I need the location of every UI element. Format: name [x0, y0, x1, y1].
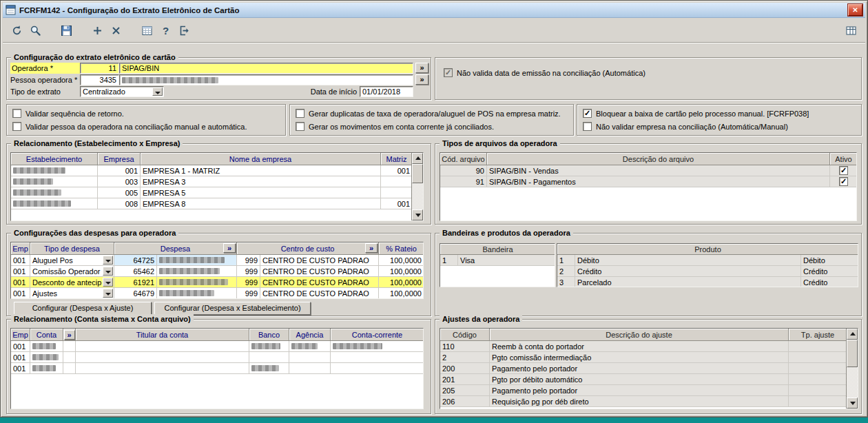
- configurar-despesa-ajuste-button[interactable]: Configurar (Despesa x Ajuste): [14, 302, 152, 315]
- table-row[interactable]: 1 Débito Débito: [557, 255, 858, 266]
- col-estabelecimento[interactable]: Estabelecimento: [11, 153, 98, 165]
- col-centro-custo[interactable]: Centro de custo»: [237, 243, 379, 255]
- vertical-scrollbar[interactable]: [846, 329, 858, 409]
- col-empresa[interactable]: Empresa: [98, 153, 141, 165]
- table-row[interactable]: 003 EMPRESA 3: [11, 176, 423, 187]
- col-produto[interactable]: Produto: [557, 244, 858, 255]
- table-row[interactable]: 206 Requisição pg por déb direto: [440, 396, 858, 407]
- table-row[interactable]: 001 Ajustes 64679 999 CENTRO DE CUSTO PA…: [11, 288, 423, 299]
- chevron-down-icon[interactable]: [103, 289, 113, 298]
- table-row[interactable]: 001 Desconto de antecip 61921 999 CENTRO…: [11, 277, 423, 288]
- validar-sequencia-row: Validar sequência de retorno.: [12, 109, 124, 118]
- table-row[interactable]: 005 EMPRESA 5: [11, 187, 423, 198]
- table-row[interactable]: 3 Parcelado Crédito: [557, 277, 858, 287]
- gerar-duplicatas-checkbox[interactable]: [296, 109, 304, 118]
- col-titular[interactable]: Titular da conta: [76, 329, 249, 341]
- data-inicio-field[interactable]: 01/01/2018: [360, 86, 413, 97]
- col-conta-lookup[interactable]: »: [63, 329, 76, 341]
- ativo-checkbox[interactable]: ✓: [839, 166, 848, 175]
- scroll-thumb[interactable]: [847, 340, 858, 367]
- tipo-despesa-combo[interactable]: Aluguel Pos: [30, 255, 114, 266]
- table-row[interactable]: 001: [11, 363, 423, 374]
- table-row[interactable]: 201 Pgto por débito automático: [440, 374, 858, 385]
- tipo-despesa-combo[interactable]: Comissão Operador: [30, 266, 114, 277]
- col-matriz[interactable]: Matriz: [381, 153, 413, 165]
- operadora-lookup-button[interactable]: »: [415, 63, 428, 73]
- col-rateio[interactable]: % Rateio: [379, 243, 424, 255]
- col-banco[interactable]: Banco: [249, 329, 289, 341]
- table-row[interactable]: 001 Aluguel Pos 64725 999 CENTRO DE CUST…: [11, 255, 423, 266]
- exit-button[interactable]: [175, 21, 194, 39]
- table-row[interactable]: 2 Pgto comissão intermediação: [440, 352, 858, 363]
- grid-button[interactable]: [842, 21, 860, 39]
- refresh-button[interactable]: [8, 21, 26, 39]
- table-row[interactable]: 2 Crédito Crédito: [557, 266, 858, 277]
- table-row[interactable]: 1 Visa: [440, 255, 555, 266]
- calendar-button[interactable]: [138, 21, 156, 39]
- chevron-down-icon[interactable]: [103, 267, 113, 276]
- col-tp-ajuste[interactable]: Tp. ajuste: [789, 329, 847, 341]
- despesa-lookup-button[interactable]: »: [223, 243, 236, 253]
- validar-sequencia-checkbox[interactable]: [12, 109, 21, 118]
- tipo-despesa-combo[interactable]: Ajustes: [30, 288, 114, 299]
- gerar-movimentos-checkbox[interactable]: [296, 122, 304, 131]
- col-agencia[interactable]: Agência: [289, 329, 331, 341]
- col-conta[interactable]: Conta: [30, 329, 63, 341]
- title-bar[interactable]: FCRFM142 - Configuração do Extrato Eletr…: [3, 3, 865, 18]
- table-row[interactable]: 001 EMPRESA 1 - MATRIZ 001: [11, 165, 423, 176]
- table-row[interactable]: 200 Pagamento pelo portador: [440, 363, 858, 374]
- chevron-down-icon[interactable]: [103, 256, 113, 265]
- col-descricao-ajuste[interactable]: Descrição do ajuste: [490, 329, 789, 341]
- save-button[interactable]: [57, 21, 76, 39]
- table-row[interactable]: 205 Pagamento pelo portador: [440, 385, 858, 396]
- centro-custo-lookup-button[interactable]: »: [365, 243, 378, 253]
- pessoa-code-field[interactable]: 3435: [80, 74, 119, 85]
- col-tipo-despesa[interactable]: Tipo de despesa: [30, 243, 114, 255]
- scroll-down-button[interactable]: [412, 209, 423, 220]
- col-conta-corrente[interactable]: Conta-corrente: [331, 329, 424, 341]
- table-row[interactable]: 91 SIPAG/BIN - Pagamentos ✓: [440, 176, 856, 187]
- col-emp[interactable]: Emp: [11, 329, 30, 341]
- col-cod-arquivo[interactable]: Cód. arquivo: [440, 153, 487, 165]
- close-button[interactable]: ✕: [848, 4, 862, 16]
- table-header-row: Código Descrição do ajuste Tp. ajuste: [440, 329, 858, 341]
- configurar-despesa-estabelecimento-button[interactable]: Configurar (Despesa x Estabelecimento): [154, 302, 311, 315]
- pessoa-lookup-button[interactable]: »: [415, 74, 428, 85]
- table-row[interactable]: 008 EMPRESA 8 001: [11, 198, 423, 209]
- scroll-thumb[interactable]: [412, 164, 423, 183]
- col-codigo[interactable]: Código: [440, 329, 490, 341]
- validar-pessoa-checkbox[interactable]: [12, 122, 21, 131]
- bloquear-baixa-checkbox[interactable]: ✓: [583, 109, 592, 118]
- window-icon: [6, 5, 16, 15]
- table-row[interactable]: 90 SIPAG/BIN - Vendas ✓: [440, 165, 856, 176]
- col-ativo[interactable]: Ativo: [830, 153, 857, 165]
- pessoa-name-field[interactable]: [119, 74, 413, 85]
- chevron-down-icon[interactable]: [152, 87, 163, 96]
- tipo-despesa-combo[interactable]: Desconto de antecip: [30, 277, 114, 288]
- table-row[interactable]: 001 Comissão Operador 65462 999 CENTRO D…: [11, 266, 423, 277]
- chevron-down-icon[interactable]: [103, 278, 113, 287]
- scroll-up-button[interactable]: [847, 329, 858, 340]
- col-descricao-arquivo[interactable]: Descrição do arquivo: [487, 153, 830, 165]
- tipo-extrato-combo[interactable]: Centralizado: [80, 86, 164, 97]
- conta-lookup-button[interactable]: »: [64, 330, 75, 340]
- table-row[interactable]: 001: [11, 341, 423, 352]
- operadora-name-field[interactable]: SIPAG/BIN: [119, 63, 413, 74]
- vertical-scrollbar[interactable]: [411, 153, 423, 220]
- col-nome-empresa[interactable]: Nome da empresa: [141, 153, 381, 165]
- delete-button[interactable]: [107, 21, 125, 39]
- col-emp[interactable]: Emp: [11, 243, 30, 255]
- ativo-checkbox[interactable]: ✓: [839, 177, 848, 186]
- add-button[interactable]: [88, 21, 107, 39]
- nao-valida-checkbox[interactable]: ✓: [444, 68, 453, 77]
- table-row[interactable]: 001: [11, 352, 423, 363]
- col-bandeira[interactable]: Bandeira: [440, 244, 555, 255]
- operadora-code-field[interactable]: 11: [80, 63, 119, 74]
- col-despesa[interactable]: Despesa»: [114, 243, 237, 255]
- help-button[interactable]: ?: [156, 21, 175, 39]
- table-row[interactable]: 110 Reemb à conta do portador: [440, 341, 858, 352]
- scroll-down-button[interactable]: [847, 398, 858, 409]
- search-button[interactable]: [26, 21, 45, 39]
- scroll-up-button[interactable]: [412, 153, 423, 164]
- nao-validar-empresa-checkbox[interactable]: [583, 122, 592, 131]
